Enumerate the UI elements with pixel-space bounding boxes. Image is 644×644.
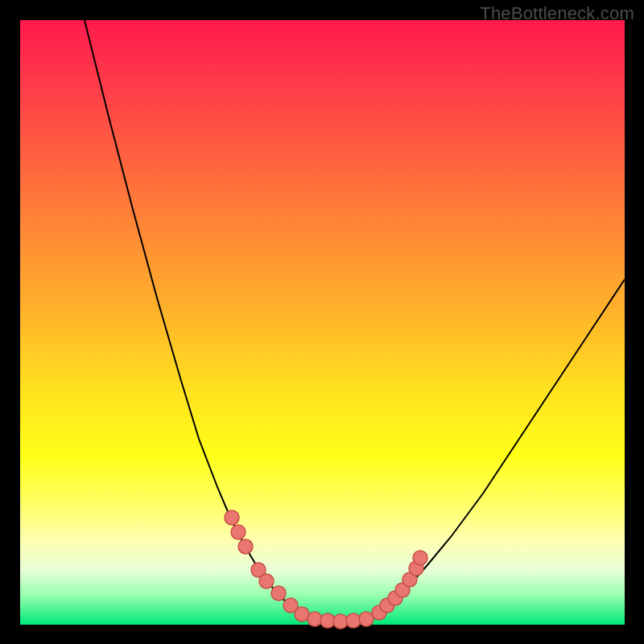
marker-dot bbox=[238, 539, 253, 554]
marker-dot bbox=[231, 525, 246, 539]
marker-dot bbox=[308, 612, 322, 626]
marker-dot bbox=[359, 612, 374, 626]
marker-dot bbox=[271, 586, 286, 601]
marker-dot bbox=[346, 613, 361, 628]
marker-dots-group bbox=[225, 510, 427, 629]
marker-dot bbox=[333, 614, 348, 629]
marker-dot bbox=[413, 551, 427, 565]
marker-dot bbox=[259, 574, 274, 588]
bottleneck-curve bbox=[85, 20, 625, 621]
marker-dot bbox=[225, 510, 239, 525]
marker-dot bbox=[320, 613, 335, 628]
bottleneck-curve-chart bbox=[20, 20, 625, 625]
